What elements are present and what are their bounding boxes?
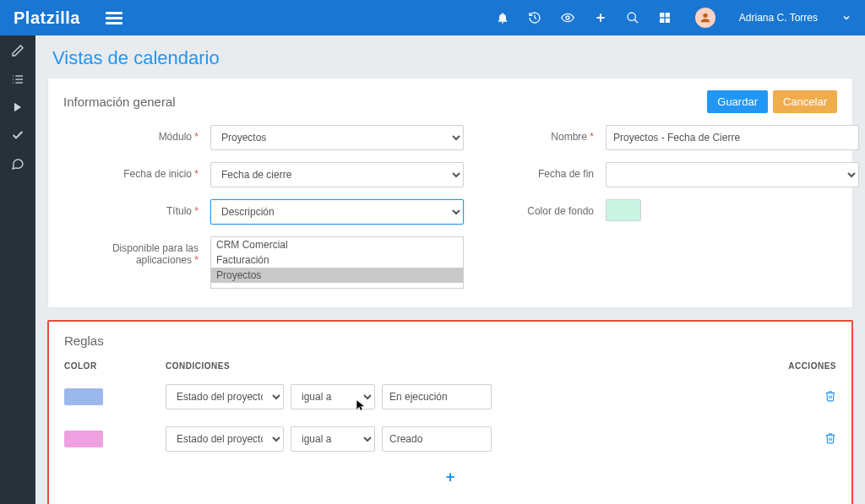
play-icon[interactable] [12,101,24,113]
end-date-select[interactable] [606,162,859,187]
svg-point-0 [566,16,569,19]
label-module: Módulo * [63,125,199,143]
rule-field-select[interactable]: Estado del proyecto [166,384,284,409]
search-icon[interactable] [626,11,639,24]
add-rule-button[interactable]: + [64,469,836,486]
rule-op-select[interactable]: igual a [291,426,375,452]
svg-rect-5 [660,13,664,17]
label-end-date: Fecha de fin [476,162,594,180]
label-title-field: Título * [63,199,199,217]
rule-row: Estado del proyecto igual a [64,418,836,460]
hamburger-icon[interactable] [106,9,122,27]
avatar[interactable] [695,8,715,28]
rule-row: Estado del proyecto igual a [64,376,836,418]
module-select[interactable]: Proyectos [210,125,464,150]
svg-rect-6 [666,13,670,17]
chat-icon[interactable] [11,157,24,171]
topbar-actions: Adriana C. Torres [496,8,851,28]
history-icon[interactable] [528,11,541,24]
svg-rect-8 [666,19,670,23]
sidebar [0,35,35,504]
check-icon[interactable] [11,128,24,142]
brand: Platzilla [14,8,80,28]
bell-icon[interactable] [496,11,509,24]
cancel-button[interactable]: Cancelar [773,90,837,113]
list-icon[interactable] [11,73,24,86]
rules-header-cond: CONDICIONES [166,361,777,371]
svg-point-9 [703,14,707,18]
rule-value-input[interactable] [382,426,492,452]
rule-color-swatch[interactable] [64,431,103,447]
eye-icon[interactable] [560,11,575,24]
rules-panel: Reglas COLOR CONDICIONES ACCIONES Estado… [47,320,853,504]
rule-color-swatch[interactable] [64,388,103,405]
chevron-down-icon[interactable] [841,13,851,23]
grid-icon[interactable] [658,11,672,24]
rule-op-select[interactable]: igual a [291,384,375,409]
general-title: Información general [63,95,176,109]
rules-title: Reglas [64,333,836,348]
svg-marker-16 [14,103,21,112]
app-option[interactable]: CRM Comercial [211,237,463,252]
name-input[interactable] [606,125,859,150]
username[interactable]: Adriana C. Torres [739,12,818,24]
topbar: Platzilla Adriana C. Torres [0,0,865,35]
plus-icon[interactable] [594,11,607,24]
rules-header-color: COLOR [64,361,166,371]
app-option[interactable]: Proyectos [211,268,463,283]
title-field-select[interactable]: Descripción [210,199,464,225]
rule-delete-button[interactable] [777,390,836,404]
rule-field-select[interactable]: Estado del proyecto [166,426,284,452]
save-button[interactable]: Guardar [707,90,768,113]
label-bgcolor: Color de fondo [476,199,594,217]
general-panel: Información general Guardar Cancelar Mód… [47,78,853,308]
app-option[interactable]: Facturación [211,252,463,268]
svg-rect-7 [660,19,664,23]
svg-point-3 [628,13,635,20]
edit-icon[interactable] [11,44,24,57]
bgcolor-swatch[interactable] [606,199,641,221]
rule-value-input[interactable] [382,384,492,409]
label-apps: Disponible para las aplicaciones * [63,236,199,266]
rule-delete-button[interactable] [777,432,836,447]
rules-header-act: ACCIONES [777,361,836,371]
page-title: Vistas de calendario [52,47,848,69]
label-name: Nombre * [476,125,594,143]
svg-line-4 [634,19,638,23]
apps-multiselect[interactable]: CRM Comercial Facturación Proyectos [210,236,464,289]
start-date-select[interactable]: Fecha de cierre [210,162,464,187]
label-start-date: Fecha de inicio * [63,162,199,180]
